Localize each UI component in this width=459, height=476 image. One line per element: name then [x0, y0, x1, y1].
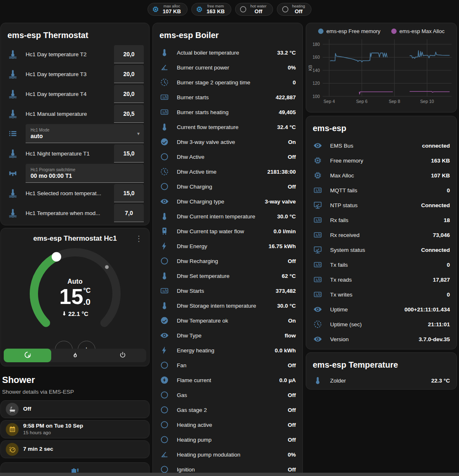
entity-row[interactable]: GasOff — [159, 387, 297, 402]
badge-free-mem[interactable]: free mem163 KB — [191, 3, 231, 16]
setting-label: Hc1 Selected room temperat... — [26, 190, 114, 196]
entity-row[interactable]: System statusConnected — [312, 242, 451, 257]
badge-hot-water[interactable]: hot waterOff — [235, 3, 273, 16]
counter-icon: 12 — [313, 260, 323, 270]
entity-row[interactable]: 12Tx reads17,827 — [312, 272, 451, 287]
entity-row[interactable]: NTP statusConnected — [312, 198, 451, 213]
entity-row[interactable]: Gas stage 2Off — [159, 402, 297, 417]
entity-row[interactable]: FanOff — [159, 358, 297, 373]
entity-row[interactable]: Dhw Current intern temperature30.0 °C — [159, 209, 297, 224]
badge-label: free mem — [207, 4, 224, 9]
entity-row[interactable]: Max Alloc107 KB — [312, 168, 451, 183]
entity-row[interactable]: Dhw Charging type3-way valve — [159, 194, 297, 209]
svg-text:Sep 6: Sep 6 — [356, 99, 368, 104]
entity-label: Current flow temperature — [177, 124, 238, 130]
entity-value: 0 — [442, 187, 450, 194]
entity-label: Tx fails — [330, 262, 348, 268]
entity-label: System status — [330, 247, 365, 253]
entity-row[interactable]: 12Dhw Starts373,482 — [159, 283, 297, 298]
entity-row[interactable]: EMS Busconnected — [312, 138, 451, 153]
thermostat-dial-arc[interactable] — [26, 244, 125, 343]
temperature-input[interactable] — [114, 204, 144, 222]
temperature-input[interactable] — [114, 45, 144, 63]
entity-row[interactable]: Dhw Set temperature62 °C — [159, 268, 297, 283]
temperature-input[interactable] — [114, 105, 144, 123]
entity-label: Max Alloc — [330, 172, 354, 179]
switchtime-field[interactable]: Hc1 Program switchtime00 mo 00:00 T1 — [26, 164, 144, 183]
entity-row[interactable]: Uptime000+21:11:01.434 — [312, 302, 451, 317]
flash-icon — [159, 241, 169, 251]
entity-row[interactable]: 12Burner starts422,887 — [159, 90, 297, 105]
entity-row[interactable]: Dhw Temperature okOn — [159, 313, 297, 328]
entity-row[interactable]: 12Tx writes0 — [312, 287, 451, 302]
temperature-input[interactable] — [114, 184, 144, 202]
legend-dot — [318, 29, 323, 34]
setting-label: Hc1 Night temperature T1 — [26, 151, 114, 157]
entity-value: 73,046 — [429, 232, 450, 238]
svg-text:1: 1 — [316, 293, 318, 297]
entity-row[interactable]: Dhw Active time2181:38:00 — [159, 164, 297, 179]
dial-handle[interactable] — [52, 252, 61, 261]
entity-row[interactable]: Uptime (sec)21:11:01 — [312, 317, 451, 332]
entity-row[interactable]: Current flow temperature32.4 °C — [159, 120, 297, 134]
entity-row[interactable]: 12Burner starts heating49,405 — [159, 105, 297, 120]
entity-row[interactable]: 12Rx fails18 — [312, 213, 451, 227]
entity-row[interactable]: Heating activeOff — [159, 417, 297, 432]
more-options-icon[interactable]: ⋮ — [133, 233, 145, 244]
entity-row[interactable]: Dhw Typeflow — [159, 328, 297, 343]
entity-row[interactable]: Dhw Storage intern temperature30.0 °C — [159, 298, 297, 313]
heat-mode-button[interactable] — [51, 349, 99, 362]
entity-row[interactable]: Dhw ActiveOff — [159, 149, 297, 164]
eye-icon — [159, 196, 169, 206]
temperature-input[interactable] — [114, 144, 144, 163]
entity-value: Connected — [417, 247, 450, 253]
badge-max-alloc[interactable]: max alloc107 KB — [147, 3, 188, 16]
entity-row[interactable]: Heating pump modulation0% — [159, 447, 297, 462]
entity-row[interactable]: Burner stage 2 operating time0 — [159, 75, 297, 90]
entity-row[interactable]: Dhw Current tap water flow0.0 l/min — [159, 224, 297, 239]
bathtub-icon — [6, 403, 19, 416]
memory-chart: 100120140160180Sep 4Sep 6Sep 8Sep 10KB — [308, 35, 455, 106]
power-icon — [119, 351, 126, 360]
entity-row[interactable]: Dhw 3-way valve activeOn — [159, 134, 297, 149]
temperature-input[interactable] — [114, 65, 144, 83]
entity-row[interactable]: 12MQTT fails0 — [312, 183, 451, 198]
entity-row[interactable]: 12Rx received73,046 — [312, 227, 451, 242]
entity-value: 000+21:11:01.434 — [400, 306, 450, 313]
chevron-down-icon[interactable]: ▾ — [137, 131, 140, 136]
entity-row[interactable]: Dhw Energy16.75 kWh — [159, 239, 297, 254]
entity-row[interactable]: Dhw RechargingOff — [159, 254, 297, 268]
setting-label: Hc1 Day temperature T4 — [26, 91, 114, 97]
thermometer-icon — [159, 48, 169, 57]
off-mode-button[interactable] — [99, 349, 146, 362]
entity-row[interactable]: Flame current0.0 µA — [159, 373, 297, 387]
entity-row[interactable]: Version3.7.0-dev.35 — [312, 332, 451, 347]
counter-icon: 12 — [159, 107, 169, 117]
entity-value: Connected — [417, 202, 450, 208]
entity-row[interactable]: Zolder22.3 °C — [312, 373, 451, 388]
entity-value: 3-way valve — [261, 199, 296, 205]
entity-row[interactable]: Heating pumpOff — [159, 432, 297, 447]
mode-select[interactable]: Hc1 Modeauto▾ — [26, 124, 144, 143]
auto-mode-button[interactable]: A — [4, 349, 51, 362]
entity-row[interactable]: 12Tx fails0 — [312, 257, 451, 272]
entity-row[interactable]: Burner current power0% — [159, 60, 297, 75]
shower-tile[interactable]: 7 min 2 sec — [0, 440, 150, 458]
entity-row[interactable]: Dhw ChargingOff — [159, 179, 297, 194]
entity-label: Dhw Current tap water flow — [177, 228, 244, 234]
entity-row[interactable]: Free memory163 KB — [312, 153, 451, 168]
legend-item[interactable]: ems-esp Free memory — [318, 28, 381, 34]
entity-label: Zolder — [330, 378, 346, 384]
svg-text:160: 160 — [312, 55, 320, 60]
tile-primary-text: 9:58 PM on Tue 10 Sep — [23, 423, 83, 430]
counter-icon: 12 — [313, 275, 323, 285]
legend-item[interactable]: ems-esp Max Alloc — [391, 28, 445, 34]
temperature-input[interactable] — [114, 85, 144, 103]
badge-heating[interactable]: heatingOff — [277, 3, 312, 16]
shower-tile[interactable]: Off — [0, 400, 150, 418]
shower-tile[interactable]: 9:58 PM on Tue 10 Sep15 hours ago — [0, 420, 150, 438]
entity-value: flow — [281, 332, 296, 339]
horizontal-scrollbar[interactable] — [0, 473, 459, 476]
entity-row[interactable]: Actual boiler temperature33.2 °C — [159, 45, 297, 60]
entity-row[interactable]: Energy heating0.0 kWh — [159, 343, 297, 358]
